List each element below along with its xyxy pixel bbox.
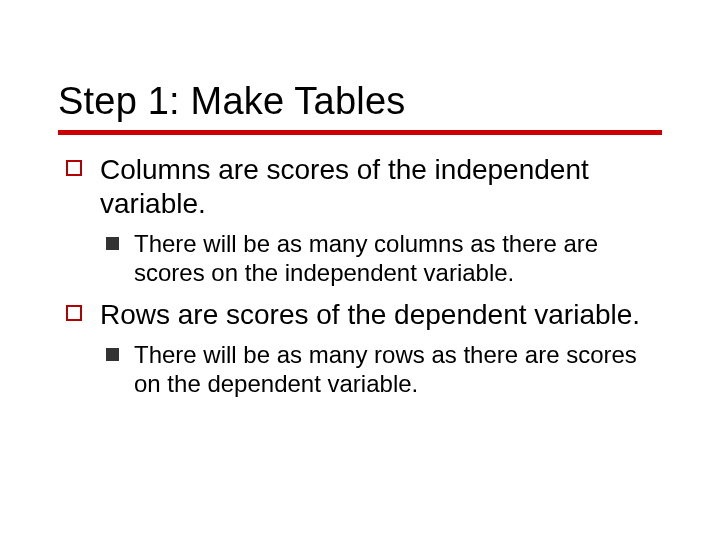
bullet-text: Rows are scores of the dependent variabl… [100,299,640,330]
sub-bullet-text: There will be as many rows as there are … [134,341,637,397]
slide-title: Step 1: Make Tables [58,80,662,124]
sub-list: There will be as many rows as there are … [100,340,662,399]
slide: Step 1: Make Tables Columns are scores o… [0,0,720,540]
sub-bullet-text: There will be as many columns as there a… [134,230,598,286]
list-item: Columns are scores of the independent va… [58,153,662,288]
bullet-list: Columns are scores of the independent va… [58,153,662,399]
sub-list: There will be as many columns as there a… [100,229,662,288]
bullet-text: Columns are scores of the independent va… [100,154,589,219]
list-item: Rows are scores of the dependent variabl… [58,298,662,399]
title-underline [58,130,662,135]
list-item: There will be as many columns as there a… [100,229,662,288]
list-item: There will be as many rows as there are … [100,340,662,399]
